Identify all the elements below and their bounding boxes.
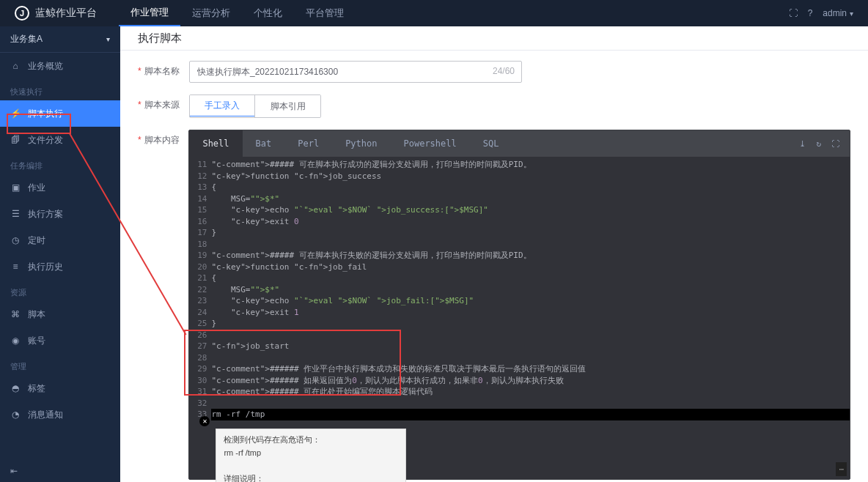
sidebar-notify[interactable]: ◔消息通知 <box>0 401 120 428</box>
more-icon[interactable]: ⋯ <box>836 462 847 477</box>
line-gutter: 11 12 13 14 15 16 17 18 19 20 21 22 23 2… <box>189 157 211 479</box>
sidebar-cron[interactable]: ◷定时 <box>0 227 120 253</box>
history-icon: ≡ <box>10 262 21 272</box>
code-editor[interactable]: Shell Bat Perl Python Powershell SQL ⤓ ↻… <box>188 130 850 480</box>
file-icon: 🗐 <box>10 135 21 145</box>
tab-bat[interactable]: Bat <box>243 130 285 157</box>
sidebar-overview[interactable]: ⌂业务概览 <box>0 53 120 79</box>
group-task: 任务编排 <box>0 153 120 174</box>
bell-icon: ◔ <box>10 409 21 420</box>
nav-personal[interactable]: 个性化 <box>242 0 294 26</box>
tab-shell[interactable]: Shell <box>189 130 242 157</box>
source-quote-button[interactable]: 脚本引用 <box>254 95 320 117</box>
upload-icon[interactable]: ⤓ <box>799 139 806 149</box>
job-icon: ▣ <box>10 182 21 193</box>
sidebar-job[interactable]: ▣作业 <box>0 174 120 201</box>
logo-text: 蓝鲸作业平台 <box>35 7 97 20</box>
sidebar-file-dist[interactable]: 🗐文件分发 <box>0 127 120 153</box>
label-name: 脚本名称 <box>138 61 189 78</box>
nav-analytics[interactable]: 运营分析 <box>180 0 242 26</box>
sidebar: 业务集A▾ ⌂业务概览 快速执行 ⚡脚本执行 🗐文件分发 任务编排 ▣作业 ☰执… <box>0 26 120 482</box>
danger-tooltip: 检测到代码存在高危语句： rm -rf /tmp 详细说明： JOB 文档最佳实… <box>216 429 406 482</box>
collapse-sidebar-icon[interactable]: ⇤ <box>10 466 18 476</box>
script-icon: ⌘ <box>10 309 21 319</box>
nav-job-mgmt[interactable]: 作业管理 <box>119 0 180 26</box>
sidebar-account[interactable]: ◉账号 <box>0 327 120 354</box>
nav-platform[interactable]: 平台管理 <box>294 0 356 26</box>
fullscreen-icon[interactable]: ⛶ <box>831 139 839 149</box>
tab-sql[interactable]: SQL <box>470 130 512 157</box>
top-bar: J 蓝鲸作业平台 作业管理 运营分析 个性化 平台管理 ⛶ ? admin▾ <box>0 0 868 26</box>
group-quick: 快速执行 <box>0 79 120 100</box>
home-icon: ⌂ <box>10 61 21 71</box>
code-area[interactable]: "c-comment">##### 可在脚本执行成功的逻辑分支处调用，打印当时的… <box>211 157 850 479</box>
clock-icon: ◷ <box>10 235 21 245</box>
editor-tabs: Shell Bat Perl Python Powershell SQL ⤓ ↻… <box>189 130 850 157</box>
history-icon[interactable]: ↻ <box>816 139 821 149</box>
sidebar-plan[interactable]: ☰执行方案 <box>0 201 120 227</box>
user-icon: ◉ <box>10 335 21 346</box>
tab-perl[interactable]: Perl <box>284 130 332 157</box>
tab-powershell[interactable]: Powershell <box>391 130 470 157</box>
script-name-input[interactable] <box>189 61 522 83</box>
help-icon[interactable]: ? <box>808 8 813 18</box>
page-title: 执行脚本 <box>120 26 868 51</box>
expand-icon[interactable]: ⛶ <box>789 8 798 18</box>
bolt-icon: ⚡ <box>10 108 21 119</box>
sidebar-history[interactable]: ≡执行历史 <box>0 253 120 280</box>
user-menu[interactable]: admin▾ <box>823 8 853 18</box>
tag-icon: ◓ <box>10 383 21 393</box>
sidebar-script[interactable]: ⌘脚本 <box>0 301 120 327</box>
group-res: 资源 <box>0 280 120 301</box>
label-source: 脚本来源 <box>138 94 189 111</box>
source-manual-button[interactable]: 手工录入 <box>189 94 255 116</box>
sidebar-tag[interactable]: ◓标签 <box>0 375 120 401</box>
logo-icon: J <box>15 6 29 21</box>
group-mgr: 管理 <box>0 354 120 375</box>
list-icon: ☰ <box>10 209 21 219</box>
label-content: 脚本内容 <box>138 130 188 147</box>
name-counter: 24/60 <box>493 66 515 76</box>
biz-selector[interactable]: 业务集A▾ <box>0 26 120 53</box>
tab-python[interactable]: Python <box>332 130 390 157</box>
sidebar-script-exec[interactable]: ⚡脚本执行 <box>0 100 120 127</box>
